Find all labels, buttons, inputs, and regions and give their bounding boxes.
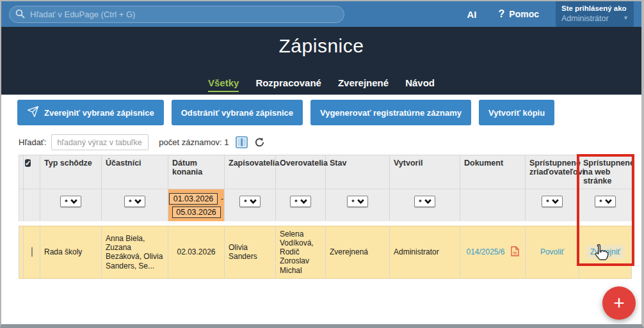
col-dokument[interactable]: Dokument bbox=[460, 155, 526, 189]
date-range-separator: - bbox=[221, 194, 223, 203]
filter-marker bbox=[19, 189, 24, 221]
col-datum-konania[interactable]: Dátum konania bbox=[168, 155, 225, 189]
header-row: ✓ Typ schôdze Účastníci Dátum konania Za… bbox=[19, 155, 632, 189]
filter-ucastnici-dropdown[interactable]: * bbox=[124, 196, 145, 207]
account-logged-in-as: Ste prihlásený ako bbox=[561, 4, 628, 13]
search-icon bbox=[15, 9, 25, 21]
cell-zapisovatelia: Olivia Sanders bbox=[225, 226, 276, 279]
row-checkbox[interactable] bbox=[31, 247, 33, 257]
date-range-filter: - bbox=[172, 193, 220, 218]
publish-selected-label: Zverejniť vybrané zápisnice bbox=[44, 108, 154, 118]
spacer-row bbox=[19, 221, 632, 226]
date-to-input[interactable] bbox=[172, 207, 221, 218]
send-icon bbox=[27, 105, 39, 120]
filter-ucastnici: * bbox=[102, 189, 168, 221]
help-button[interactable]: ? Pomoc bbox=[499, 8, 539, 20]
tab-rozpracovane[interactable]: Rozpracované bbox=[255, 77, 321, 92]
zverejnit-link[interactable]: Zverejniť bbox=[590, 247, 620, 256]
toolbar: Zverejniť vybrané zápisnice Odstrániť vy… bbox=[1, 95, 641, 125]
question-mark-icon: ? bbox=[499, 8, 505, 20]
table-search-label: Hľadať: bbox=[19, 137, 46, 147]
cell-zriadovatel: Povoliť bbox=[526, 226, 579, 279]
topbar-right: AI ? Pomoc Ste prihlásený ako Administrá… bbox=[467, 1, 634, 27]
row-marker-header bbox=[19, 155, 24, 189]
filter-date-cell: - bbox=[168, 189, 225, 221]
filter-zapisovatelia: * bbox=[225, 189, 276, 221]
cell-dokument: 014/2025/6 bbox=[460, 226, 526, 279]
col-vytvoril[interactable]: Vytvoril bbox=[390, 155, 460, 189]
select-all-cell: ✓ bbox=[24, 155, 40, 189]
cell-ucastnici: Anna Biela, Zuzana Bezáková, Olivia Sand… bbox=[102, 226, 168, 279]
filter-row: * * - * bbox=[19, 189, 632, 221]
chevron-down-icon: ▼ bbox=[623, 15, 629, 21]
filter-zapisovatelia-dropdown[interactable]: * bbox=[239, 196, 260, 207]
refresh-icon[interactable] bbox=[254, 137, 265, 148]
tab-bar: Všetky Rozpracované Zverejnené Návod bbox=[1, 77, 641, 92]
filter-vytvoril: * bbox=[390, 189, 460, 221]
filter-vytvoril-dropdown[interactable]: * bbox=[414, 196, 435, 207]
generate-registry-button[interactable]: Vygenerovať registratúrne záznamy bbox=[310, 100, 471, 125]
records-count-label: počet záznamov: 1 bbox=[159, 137, 229, 147]
page-title: Zápisnice bbox=[1, 27, 641, 57]
create-copy-button[interactable]: Vytvoriť kópiu bbox=[479, 100, 554, 125]
tab-zverejnene[interactable]: Zverejnené bbox=[338, 77, 389, 92]
account-role: Administrátor bbox=[561, 13, 628, 24]
zapisnice-table: ✓ Typ schôdze Účastníci Dátum konania Za… bbox=[19, 155, 632, 279]
publish-selected-button[interactable]: Zverejniť vybrané zápisnice bbox=[17, 100, 164, 125]
document-link[interactable]: 014/2025/6 bbox=[466, 247, 504, 256]
cell-overovatelia: Selena Vodíková, Rodič Zoroslav Michal bbox=[276, 226, 326, 279]
table-controls: Hľadať: počet záznamov: 1 bbox=[19, 134, 641, 150]
cell-web: Zverejniť bbox=[579, 226, 632, 279]
global-search bbox=[9, 6, 344, 23]
filter-zriadovatel-dropdown[interactable]: * bbox=[542, 196, 562, 207]
tab-navod[interactable]: Návod bbox=[405, 77, 435, 92]
cell-stav: Zverejnená bbox=[326, 226, 390, 279]
cell-vytvoril: Administrator bbox=[390, 226, 460, 279]
ai-button[interactable]: AI bbox=[467, 9, 477, 20]
filter-stav: * bbox=[326, 189, 390, 221]
tab-vsetky[interactable]: Všetky bbox=[208, 77, 239, 92]
col-ucastnici[interactable]: Účastníci bbox=[102, 155, 168, 189]
global-search-input[interactable] bbox=[9, 6, 344, 23]
filter-dokument bbox=[460, 189, 526, 221]
filter-select bbox=[24, 189, 40, 221]
filter-typ-dropdown[interactable]: * bbox=[60, 196, 81, 207]
date-from-input[interactable] bbox=[169, 193, 218, 205]
col-typ-schodze[interactable]: Typ schôdze bbox=[40, 155, 102, 189]
row-select-cell bbox=[24, 226, 40, 279]
top-bar: AI ? Pomoc Ste prihlásený ako Administrá… bbox=[1, 1, 641, 27]
select-all-checkbox[interactable]: ✓ bbox=[25, 159, 31, 167]
cell-datum: 02.03.2026 bbox=[168, 226, 225, 279]
filter-zriadovatel: * bbox=[526, 189, 579, 221]
table-row: Rada školy Anna Biela, Zuzana Bezáková, … bbox=[19, 226, 632, 279]
add-button[interactable]: + bbox=[602, 286, 636, 320]
account-dropdown[interactable]: Ste prihlásený ako Administrátor ▼ bbox=[556, 1, 634, 27]
help-label: Pomoc bbox=[509, 9, 539, 19]
col-overovatelia[interactable]: Overovatelia bbox=[276, 155, 326, 189]
col-zapisovatelia[interactable]: Zapisovatelia bbox=[225, 155, 276, 189]
page-header: Zápisnice Všetky Rozpracované Zverejnené… bbox=[1, 27, 641, 95]
filter-overovatelia: * bbox=[276, 189, 326, 221]
filter-stav-dropdown[interactable]: * bbox=[347, 196, 367, 207]
pdf-file-icon[interactable] bbox=[511, 246, 519, 258]
filter-web-dropdown[interactable]: * bbox=[595, 196, 615, 207]
table-search-input[interactable] bbox=[51, 134, 149, 150]
col-stav[interactable]: Stav bbox=[326, 155, 390, 189]
edupage-window: AI ? Pomoc Ste prihlásený ako Administrá… bbox=[0, 0, 644, 328]
filter-web: * bbox=[579, 189, 632, 221]
row-marker bbox=[19, 226, 24, 279]
cell-typ: Rada školy bbox=[40, 226, 102, 279]
columns-icon[interactable] bbox=[236, 136, 248, 148]
col-spristupnene-na-web[interactable]: Sprístupnené na web stránke bbox=[579, 155, 632, 189]
col-spristupnene-zriadovatelovi[interactable]: Sprístupnené zriaďovateľovi bbox=[526, 155, 579, 189]
zverejnit-chip: Zverejniť bbox=[586, 245, 625, 259]
povolit-link[interactable]: Povoliť bbox=[540, 247, 564, 256]
filter-overovatelia-dropdown[interactable]: * bbox=[290, 196, 310, 207]
filter-typ: * bbox=[40, 189, 102, 221]
delete-selected-button[interactable]: Odstrániť vybrané zápisnice bbox=[172, 100, 303, 125]
